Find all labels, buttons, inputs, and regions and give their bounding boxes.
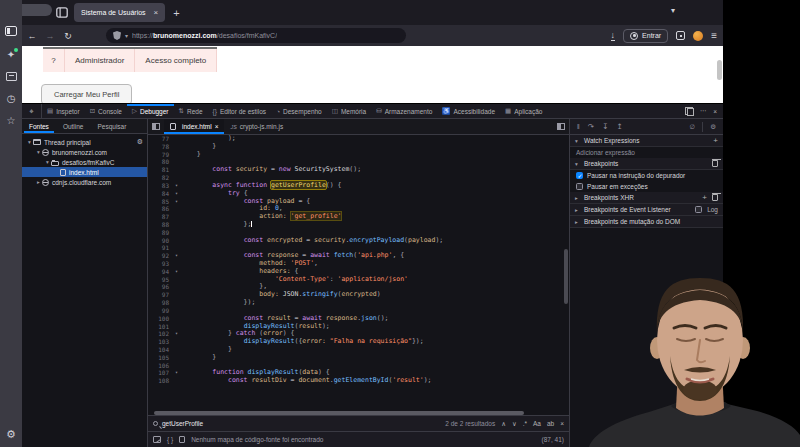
editor-horizontal-scrollbar[interactable]: [148, 410, 569, 415]
pause-icon[interactable]: ‖: [577, 123, 580, 130]
folder-icon: [51, 161, 59, 166]
section-watch-expressions[interactable]: ▾Watch Expressions+: [570, 135, 723, 147]
new-tab-button[interactable]: +: [173, 7, 179, 19]
sources-tab-pesquisar[interactable]: Pesquisar: [90, 119, 133, 133]
sources-tabs: FontesOutlinePesquisar: [22, 119, 147, 134]
section-breakpoints-de-muta-o-do-dom[interactable]: ▸Breakpoints de mutação do DOM: [570, 216, 723, 228]
devtools-tab-editor-de-estilos[interactable]: {}Editor de estilos: [208, 104, 272, 119]
devtools-tab-armazenamento[interactable]: ⛁Armazenamento: [371, 104, 437, 119]
url-bar[interactable]: ▾ https://brunomenozzi.com/desafios/fmKa…: [106, 28, 406, 43]
editor-tab-close-icon[interactable]: ×: [215, 123, 219, 130]
forward-button[interactable]: →: [44, 31, 56, 41]
collapse-sources-icon[interactable]: [148, 119, 164, 134]
watch-expression-input[interactable]: Adicionar expressão: [570, 147, 723, 158]
downloads-icon[interactable]: ↓: [611, 31, 616, 41]
menu-hamburger-icon[interactable]: ≡: [711, 30, 717, 41]
devtools-tab-aplicação[interactable]: ▦Aplicação: [500, 104, 547, 119]
tab-close-icon[interactable]: ×: [154, 8, 159, 17]
load-profile-button[interactable]: Carregar Meu Perfil: [41, 84, 132, 105]
log-checkbox[interactable]: [695, 206, 702, 213]
step-in-icon[interactable]: ↧: [602, 122, 608, 131]
devtools-tab-acessibilidade[interactable]: ♿Acessibilidade: [437, 104, 500, 119]
pretty-print-icon[interactable]: { }: [167, 436, 173, 443]
tree-item-desafios-fmkafivc[interactable]: ▾desafios/fmKafivC: [22, 157, 147, 167]
ignore-breakpoints-icon[interactable]: ∅: [690, 123, 696, 131]
devtools-tab-inspetor[interactable]: ▤Inspetor: [42, 104, 85, 119]
section-breakpoints-de-event-listener[interactable]: ▸Breakpoints de Event ListenerLog: [570, 204, 723, 216]
whole-word-toggle-icon[interactable]: ab: [547, 420, 554, 427]
devtools-tab-desempenho[interactable]: ◔Desempenho: [271, 104, 327, 119]
reload-button[interactable]: ↻: [62, 31, 74, 41]
section-breakpoints[interactable]: ▾Breakpoints: [570, 158, 723, 170]
archive-box-icon[interactable]: [4, 70, 18, 84]
search-query[interactable]: getUserProfile: [162, 420, 203, 427]
extension-icon[interactable]: [676, 31, 685, 40]
option-pausar-em-exce-es[interactable]: Pausar em exceções: [570, 181, 723, 192]
list-tabs-chevron-icon[interactable]: ▾: [671, 6, 675, 15]
history-clock-icon[interactable]: ◷: [4, 92, 18, 106]
devtools-tab-rede[interactable]: ⇅Rede: [174, 104, 208, 119]
search-prev-icon[interactable]: ∧: [501, 420, 506, 428]
bookmarks-star-icon[interactable]: ☆: [4, 114, 18, 128]
section-breakpoints-xhr[interactable]: ▸Breakpoints XHR+: [570, 192, 723, 204]
shield-icon[interactable]: [113, 31, 121, 40]
responsive-mode-icon[interactable]: [685, 107, 693, 115]
code-line-108[interactable]: 108 const resultDiv = document.getElemen…: [148, 377, 569, 385]
code-line-98[interactable]: 98 });: [148, 299, 569, 307]
search-next-icon[interactable]: ∨: [512, 420, 517, 428]
pick-element-icon[interactable]: ⌖: [22, 104, 42, 119]
code-line-81[interactable]: 81 const security = new SecuritySystem()…: [148, 166, 569, 174]
firefox-view-icon[interactable]: [56, 7, 68, 18]
collapse-right-panel-icon[interactable]: [553, 119, 569, 134]
regex-toggle-icon[interactable]: .*: [523, 420, 527, 427]
browser-tab[interactable]: Sistema de Usuários ×: [74, 3, 165, 22]
debug-settings-gear-icon[interactable]: ⚙: [710, 123, 716, 131]
sidebar-toggle-icon[interactable]: [4, 26, 18, 40]
case-toggle-icon[interactable]: Aa: [533, 420, 541, 427]
add-icon[interactable]: +: [702, 194, 707, 202]
devtools-close-icon[interactable]: ×: [713, 108, 717, 115]
back-button[interactable]: ←: [26, 31, 38, 41]
user-row-access-cell: Acesso completo: [135, 49, 217, 72]
devtools-tab-memória[interactable]: ◫Memória: [327, 104, 371, 119]
step-out-icon[interactable]: ↥: [616, 122, 622, 131]
editor-tab-index-html[interactable]: index.html ×: [164, 119, 224, 134]
devtools-tab-debugger[interactable]: ▷Debugger: [127, 104, 174, 119]
code-line-88[interactable]: 88 };: [148, 221, 569, 229]
add-icon[interactable]: +: [713, 137, 718, 145]
option-pausar-na-instru-o-do-depurador[interactable]: Pausar na instrução do depurador: [570, 170, 723, 181]
trash-icon[interactable]: [712, 194, 718, 201]
window-icon: [33, 139, 41, 145]
code-line-105[interactable]: 105 }: [148, 354, 569, 362]
sources-tab-outline[interactable]: Outline: [56, 119, 91, 133]
tree-item-index-html[interactable]: index.html: [22, 167, 147, 177]
settings-gear-icon[interactable]: ⚙: [0, 428, 22, 441]
page-scrollbar[interactable]: [717, 60, 722, 80]
search-close-icon[interactable]: ×: [560, 420, 564, 427]
checkbox[interactable]: [576, 172, 583, 179]
devtools-options-icon[interactable]: ⋯: [700, 107, 707, 115]
code-line-78[interactable]: 78 }: [148, 143, 569, 151]
tree-item-brunomenozzi-com[interactable]: ▾brunomenozzi.com: [22, 147, 147, 157]
globe-icon: [42, 179, 49, 186]
code-line-79[interactable]: 79 }: [148, 151, 569, 159]
permissions-chevron-icon[interactable]: ▾: [125, 32, 128, 39]
tree-item-cdnjs-cloudflare-com[interactable]: ▸cdnjs.cloudflare.com: [22, 177, 147, 187]
file-icon: [170, 123, 176, 130]
sources-tab-fontes[interactable]: Fontes: [22, 119, 56, 133]
user-table-row: ? Administrador Acesso completo: [43, 47, 217, 72]
code-view[interactable]: 77 );78 }79 }8081 const security = new S…: [148, 135, 569, 410]
editor-tab-cryptojs[interactable]: JS crypto-js.min.js: [224, 119, 289, 134]
blackbox-source-icon[interactable]: [153, 436, 161, 443]
step-over-icon[interactable]: ↷: [588, 122, 594, 131]
code-line-90[interactable]: 90 const encrypted = security.encryptPay…: [148, 237, 569, 245]
ai-sparkle-icon[interactable]: ✦: [4, 48, 18, 62]
editor-vertical-scrollbar[interactable]: [564, 249, 568, 304]
tree-item-thread-principal[interactable]: ▾Thread principal⚙: [22, 137, 147, 147]
devtools-tab-console[interactable]: ⊡Console: [85, 104, 127, 119]
trash-icon[interactable]: [712, 160, 718, 167]
profile-avatar-icon[interactable]: [693, 31, 703, 41]
checkbox[interactable]: [576, 183, 583, 190]
thread-settings-gear-icon[interactable]: ⚙: [137, 138, 143, 146]
sign-in-button[interactable]: Entrar: [623, 29, 668, 43]
